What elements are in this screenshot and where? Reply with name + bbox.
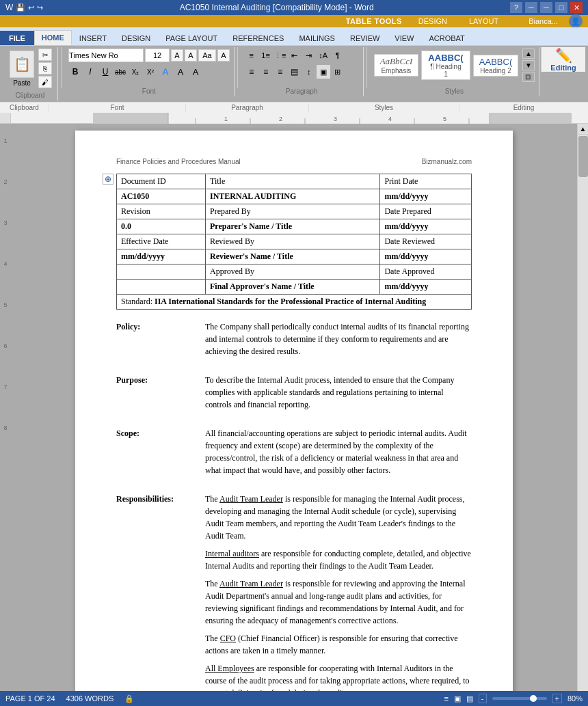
table-row-2b: 0.0 Preparer's Name / Title mm/dd/yyyy — [117, 219, 472, 234]
scroll-up-btn[interactable]: ▲ — [578, 124, 589, 135]
clear-format-button[interactable]: A — [217, 49, 230, 62]
format-painter-button[interactable]: 🖌 — [38, 76, 52, 88]
font-shrink-button[interactable]: A — [185, 49, 197, 62]
title-bar: W 💾 ↩ ↪ AC1050 Internal Auditing [Compat… — [0, 0, 588, 15]
zoom-plus-btn[interactable]: + — [552, 694, 562, 703]
font-case-button[interactable]: Aa — [198, 49, 216, 62]
align-right-button[interactable]: ≡ — [273, 65, 287, 79]
tab-insert[interactable]: INSERT — [72, 31, 114, 45]
style-heading2-box[interactable]: AABBC( Heading 2 — [473, 55, 518, 77]
underline-button[interactable]: U — [98, 65, 112, 79]
subscript-button[interactable]: X₂ — [129, 65, 142, 79]
styles-group: AaBbCcI Emphasis AABBC( ¶ Heading 1 AABB… — [370, 47, 539, 96]
restore-btn[interactable]: □ — [555, 2, 567, 13]
styles-scroll-up[interactable]: ▲ ▼ ⊡ — [522, 49, 535, 82]
margin-num-3: 3 — [3, 219, 7, 226]
zoom-track[interactable] — [492, 697, 547, 700]
tab-references[interactable]: REFERENCES — [225, 31, 291, 45]
font-size-input[interactable] — [145, 49, 170, 62]
font-group-footer: Font — [49, 104, 186, 111]
style-heading1-box[interactable]: AABBC( ¶ Heading 1 — [421, 51, 470, 80]
user-name[interactable]: Bianca... — [529, 17, 558, 25]
table-row-4b: Final Approver's Name / Title mm/dd/yyyy — [117, 280, 472, 295]
language-icon: 🔒 — [124, 694, 134, 703]
word-icon: W — [5, 3, 13, 12]
purpose-label: Purpose: — [116, 374, 205, 416]
line-spacing-button[interactable]: ↕ — [302, 65, 316, 79]
document-page: Finance Policies and Procedures Manual B… — [75, 131, 513, 706]
increase-indent-button[interactable]: ⇥ — [302, 49, 316, 62]
italic-button[interactable]: I — [83, 65, 97, 79]
align-center-button[interactable]: ≡ — [259, 65, 273, 79]
numbering-button[interactable]: 1≡ — [259, 49, 273, 62]
copy-button[interactable]: ⎘ — [38, 62, 52, 74]
right-scrollbar[interactable]: ▲ ▼ — [577, 124, 588, 706]
shading-button[interactable]: ▣ — [317, 65, 330, 79]
policy-label: Policy: — [116, 321, 205, 363]
bold-button[interactable]: B — [68, 65, 82, 79]
style-emphasis-box[interactable]: AaBbCcI Emphasis — [374, 54, 419, 77]
tab-file[interactable]: FILE — [0, 31, 34, 45]
styles-down-arrow[interactable]: ▼ — [522, 60, 535, 70]
editing-panel[interactable]: ✏️ Editing — [541, 47, 585, 72]
document-area[interactable]: Finance Policies and Procedures Manual B… — [11, 124, 577, 706]
text-highlight-button[interactable]: A — [174, 65, 187, 79]
tab-view[interactable]: VIEW — [387, 31, 421, 45]
zoom-level: 80% — [567, 694, 583, 703]
tab-design[interactable]: DESIGN — [114, 31, 158, 45]
date-reviewed-label: Date Reviewed — [380, 234, 472, 249]
status-bar: PAGE 1 OF 24 4306 WORDS 🔒 ≡ ▣ ▤ - + 80% — [0, 691, 588, 706]
scroll-thumb[interactable] — [578, 136, 588, 177]
styles-up-arrow[interactable]: ▲ — [522, 49, 535, 59]
internal-auditors-ref: Internal auditors — [205, 549, 259, 558]
align-left-button[interactable]: ≡ — [245, 65, 258, 79]
date-approved-label: Date Approved — [380, 264, 472, 280]
ribbon: FILE HOME INSERT DESIGN PAGE LAYOUT REFE… — [0, 27, 588, 113]
quick-access-save[interactable]: 💾 — [16, 3, 25, 12]
view-web-icon[interactable]: ▣ — [454, 694, 461, 703]
cut-button[interactable]: ✂ — [38, 49, 52, 61]
justify-button[interactable]: ▤ — [288, 65, 302, 79]
table-design-tab[interactable]: DESIGN — [413, 17, 453, 25]
view-outline-icon[interactable]: ▤ — [466, 694, 473, 703]
word-count: 4306 WORDS — [66, 694, 114, 703]
tab-review[interactable]: REVIEW — [343, 31, 387, 45]
minimize-btn[interactable]: ─ — [540, 2, 552, 13]
tab-home[interactable]: HOME — [34, 30, 72, 45]
close-btn[interactable]: ✕ — [570, 2, 583, 13]
sort-button[interactable]: ↕A — [317, 49, 330, 62]
margin-num-8: 8 — [3, 424, 7, 431]
empty-label — [117, 264, 206, 280]
font-color-button[interactable]: A — [189, 65, 202, 79]
tab-mailings[interactable]: MAILINGS — [291, 31, 343, 45]
ribbon-display-btn[interactable]: ─ — [525, 2, 537, 13]
doc-print-value: mm/dd/yyyy — [380, 189, 472, 204]
font-name-input[interactable] — [68, 49, 144, 62]
svg-text:4: 4 — [388, 116, 392, 122]
table-add-button[interactable]: ⊕ — [103, 174, 113, 185]
font-grow-button[interactable]: A — [171, 49, 183, 62]
show-formatting-button[interactable]: ¶ — [331, 49, 345, 62]
svg-text:1: 1 — [224, 116, 228, 122]
multilevel-button[interactable]: ⋮≡ — [273, 49, 287, 62]
bullets-button[interactable]: ≡ — [245, 49, 258, 62]
paste-button[interactable]: 📋 Paste — [7, 51, 37, 87]
help-icon[interactable]: ? — [510, 2, 522, 13]
decrease-indent-button[interactable]: ⇤ — [288, 49, 302, 62]
borders-button[interactable]: ⊞ — [331, 65, 345, 79]
quick-access-redo[interactable]: ↪ — [37, 3, 43, 12]
tab-acrobat[interactable]: ACROBAT — [421, 31, 472, 45]
text-effects-button[interactable]: A — [159, 65, 172, 79]
styles-expand-arrow[interactable]: ⊡ — [522, 72, 535, 82]
table-layout-tab[interactable]: LAYOUT — [464, 17, 504, 25]
tab-page-layout[interactable]: PAGE LAYOUT — [158, 31, 225, 45]
zoom-minus-btn[interactable]: - — [479, 694, 487, 703]
superscript-button[interactable]: X² — [144, 65, 157, 79]
date-reviewed-value: mm/dd/yyyy — [380, 249, 472, 264]
view-print-icon[interactable]: ≡ — [444, 694, 448, 703]
table-row-2: Revision Prepared By Date Prepared — [117, 204, 472, 219]
svg-rect-0 — [93, 113, 168, 124]
responsibilities-para-2: Internal auditors are responsible for co… — [205, 547, 472, 572]
strikethrough-button[interactable]: abc — [113, 65, 127, 79]
quick-access-undo[interactable]: ↩ — [28, 3, 34, 12]
